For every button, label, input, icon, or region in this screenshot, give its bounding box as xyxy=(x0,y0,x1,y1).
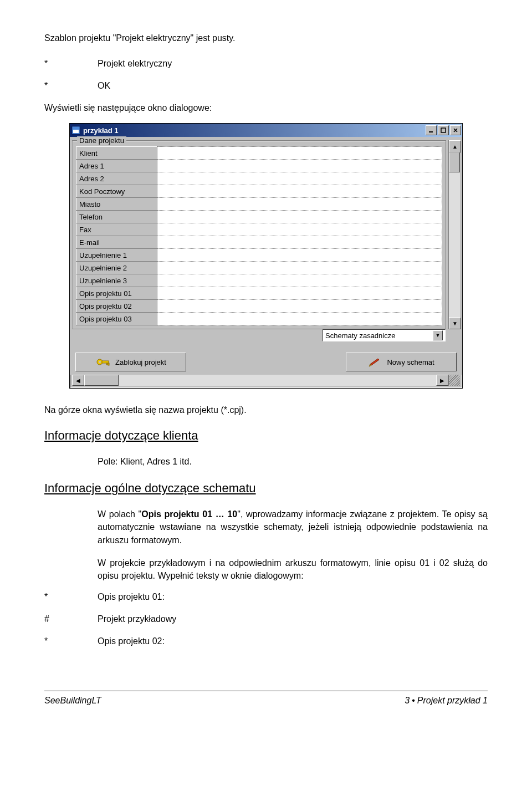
table-row: Uzupełnienie 1 xyxy=(76,249,442,262)
scroll-down-button[interactable]: ▼ xyxy=(449,317,461,329)
field-value[interactable] xyxy=(157,262,442,274)
project-data-group: Dane projektu KlientAdres 1Adres 2Kod Po… xyxy=(72,140,446,329)
field-value[interactable] xyxy=(157,223,442,236)
field-value[interactable] xyxy=(157,274,442,287)
combobox-value: Schematy zasadnicze xyxy=(325,331,395,340)
hscroll-thumb[interactable] xyxy=(84,375,119,386)
section2-para1: W polach "Opis projektu 01 … 10", wprowa… xyxy=(98,508,488,547)
bullet-text: OK xyxy=(98,81,488,91)
caption-text: Na górze okna wyświetla się nazwa projek… xyxy=(44,405,488,415)
field-value[interactable] xyxy=(157,211,442,223)
group-legend: Dane projektu xyxy=(77,136,126,145)
table-row: Adres 1 xyxy=(76,160,442,172)
table-row: Klient xyxy=(76,147,442,160)
table-row: Opis projektu 01 xyxy=(76,287,442,300)
page-footer: SeeBuildingLT 3•Projekt przykład 1 xyxy=(44,691,488,706)
table-row: Fax xyxy=(76,223,442,236)
field-label: Adres 2 xyxy=(76,172,157,185)
bullet-marker: * xyxy=(44,592,98,602)
section1-para: Pole: Klient, Adres 1 itd. xyxy=(98,455,488,468)
resize-grip[interactable] xyxy=(448,375,460,386)
table-row: Telefon xyxy=(76,211,442,223)
field-label: Telefon xyxy=(76,211,157,223)
field-value[interactable] xyxy=(157,198,442,211)
field-value[interactable] xyxy=(157,300,442,313)
field-value[interactable] xyxy=(157,249,442,262)
table-row: Opis projektu 02 xyxy=(76,300,442,313)
new-schema-button[interactable]: Nowy schemat xyxy=(346,353,457,371)
field-label: Fax xyxy=(76,223,157,236)
field-label: Opis projektu 02 xyxy=(76,300,157,313)
section-heading-client: Informacje dotyczące klienta xyxy=(44,428,488,443)
field-value[interactable] xyxy=(157,160,442,172)
bullet-marker: * xyxy=(44,81,98,91)
table-row: Uzupełnienie 3 xyxy=(76,274,442,287)
field-label: E-mail xyxy=(76,236,157,249)
bullet-marker: # xyxy=(44,614,98,624)
bullet-text: Projekt przykładowy xyxy=(98,614,488,624)
table-row: Kod Pocztowy xyxy=(76,185,442,198)
field-label: Miasto xyxy=(76,198,157,211)
app-icon xyxy=(71,125,81,135)
horizontal-scrollbar[interactable]: ◀ ▶ xyxy=(72,375,460,386)
window-title: przykład 1 xyxy=(83,126,426,135)
bullet-text: Opis projektu 01: xyxy=(98,592,488,602)
field-value[interactable] xyxy=(157,287,442,300)
table-row: Adres 2 xyxy=(76,172,442,185)
minimize-button[interactable] xyxy=(426,125,437,135)
list-item: *Opis projektu 02: xyxy=(44,636,488,646)
svg-rect-6 xyxy=(102,361,109,363)
scroll-left-button[interactable]: ◀ xyxy=(72,375,84,386)
bullet-marker: * xyxy=(44,59,98,69)
svg-rect-8 xyxy=(108,363,109,365)
field-label: Opis projektu 01 xyxy=(76,287,157,300)
table-row: Opis projektu 03 xyxy=(76,313,442,325)
dialog-intro-text: Wyświetli się następujące okno dialogowe… xyxy=(44,103,488,113)
scroll-right-button[interactable]: ▶ xyxy=(436,375,448,386)
field-value[interactable] xyxy=(157,185,442,198)
brush-icon xyxy=(368,356,382,368)
list-item: #Projekt przykładowy xyxy=(44,614,488,624)
field-value[interactable] xyxy=(157,313,442,325)
titlebar: przykład 1 xyxy=(70,124,462,137)
scroll-up-button[interactable]: ▲ xyxy=(449,140,461,152)
field-label: Uzupełnienie 1 xyxy=(76,249,157,262)
field-label: Uzupełnienie 2 xyxy=(76,262,157,274)
field-value[interactable] xyxy=(157,236,442,249)
key-icon xyxy=(95,356,111,368)
bullet-text: Projekt elektryczny xyxy=(98,59,488,69)
field-label: Uzupełnienie 3 xyxy=(76,274,157,287)
table-row: Miasto xyxy=(76,198,442,211)
footer-right: 3•Projekt przykład 1 xyxy=(405,696,488,706)
intro-text: Szablon projektu "Projekt elektryczny" j… xyxy=(44,33,488,43)
field-label: Klient xyxy=(76,147,157,160)
dialog-window: przykład 1 Dane projektu KlientAdres 1Ad… xyxy=(69,123,463,389)
schema-type-combobox[interactable]: Schematy zasadnicze ▼ xyxy=(323,329,446,341)
scroll-thumb[interactable] xyxy=(449,152,460,172)
new-button-label: Nowy schemat xyxy=(387,358,434,366)
section2-para2: W projekcie przykładowym i na odpowiedni… xyxy=(98,557,488,582)
svg-rect-2 xyxy=(429,131,433,132)
maximize-button[interactable] xyxy=(438,125,449,135)
chevron-down-icon[interactable]: ▼ xyxy=(433,330,443,340)
field-label: Opis projektu 03 xyxy=(76,313,157,325)
close-button[interactable] xyxy=(450,125,461,135)
field-label: Adres 1 xyxy=(76,160,157,172)
svg-rect-3 xyxy=(441,128,446,132)
field-value[interactable] xyxy=(157,147,442,160)
svg-point-5 xyxy=(99,361,101,363)
project-data-table: KlientAdres 1Adres 2Kod PocztowyMiastoTe… xyxy=(76,146,442,325)
bullet-marker: * xyxy=(44,636,98,646)
vertical-scrollbar[interactable]: ▲ ▼ xyxy=(448,140,460,329)
table-row: E-mail xyxy=(76,236,442,249)
footer-left: SeeBuildingLT xyxy=(44,696,101,706)
list-item: *Opis projektu 01: xyxy=(44,592,488,602)
svg-rect-7 xyxy=(106,363,108,365)
field-value[interactable] xyxy=(157,172,442,185)
field-label: Kod Pocztowy xyxy=(76,185,157,198)
section-heading-schema: Informacje ogólne dotyczące schematu xyxy=(44,481,488,496)
list-item: *OK xyxy=(44,81,488,91)
list-item: *Projekt elektryczny xyxy=(44,59,488,69)
lock-project-button[interactable]: Zablokuj projekt xyxy=(75,353,186,371)
lock-button-label: Zablokuj projekt xyxy=(115,358,166,366)
